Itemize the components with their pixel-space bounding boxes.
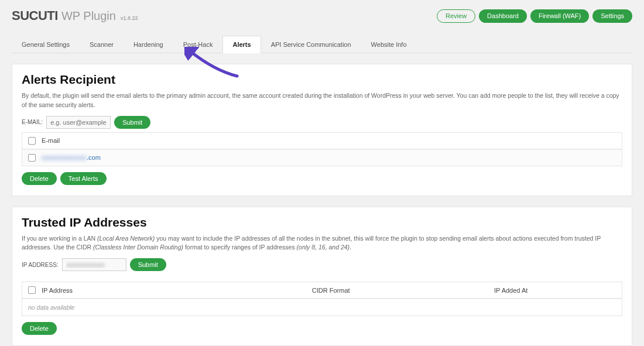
alerts-recipient-panel: Alerts Recipient By default, the plugin …	[12, 64, 632, 196]
dashboard-button[interactable]: Dashboard	[479, 9, 527, 23]
ip-submit-button[interactable]: Submit	[130, 258, 166, 271]
ip-th-addr: IP Address	[42, 287, 306, 294]
tab-hardening[interactable]: Hardening	[124, 36, 173, 53]
ip-table-empty: no data available	[22, 299, 622, 316]
alerts-recipient-desc: By default, the plugin will send the ema…	[22, 91, 622, 110]
email-input[interactable]	[46, 116, 111, 129]
tab-api[interactable]: API Service Communication	[261, 36, 361, 53]
brand-version: v1.8.22	[121, 15, 138, 21]
ip-delete-button[interactable]: Delete	[22, 322, 57, 335]
ip-select-all-checkbox[interactable]	[28, 286, 36, 294]
test-alerts-button[interactable]: Test Alerts	[60, 172, 107, 185]
email-table: E-mail xxxxxxxxxxxxxx.com	[22, 132, 622, 166]
email-row-checkbox[interactable]	[28, 154, 36, 162]
alerts-recipient-title: Alerts Recipient	[22, 73, 622, 87]
trusted-ip-panel: Trusted IP Addresses If you are working …	[12, 207, 632, 347]
tab-alerts[interactable]: Alerts	[222, 36, 261, 53]
email-label: E-MAIL:	[22, 119, 43, 125]
settings-button[interactable]: Settings	[592, 9, 632, 23]
email-th: E-mail	[42, 137, 60, 144]
settings-tabs: General Settings Scanner Hardening Post-…	[12, 35, 632, 53]
email-suffix: .com	[87, 154, 101, 161]
trusted-ip-desc: If you are working in a LAN (Local Area …	[22, 234, 622, 253]
tab-scanner[interactable]: Scanner	[80, 36, 124, 53]
email-submit-button[interactable]: Submit	[114, 116, 150, 129]
brand-logo: SUCUTI	[12, 8, 58, 23]
redacted-email-prefix: xxxxxxxxxxxxxx	[42, 154, 87, 161]
tab-posthack[interactable]: Post-Hack	[173, 36, 223, 53]
ip-th-cidr: CIDR Format	[312, 287, 488, 294]
tab-general[interactable]: General Settings	[12, 36, 80, 53]
ip-input[interactable]	[62, 258, 126, 271]
table-row: xxxxxxxxxxxxxx.com	[22, 149, 622, 166]
ip-table: IP Address CIDR Format IP Added At no da…	[22, 282, 622, 316]
email-select-all-checkbox[interactable]	[28, 137, 36, 145]
firewall-button[interactable]: Firewall (WAF)	[530, 9, 589, 23]
email-delete-button[interactable]: Delete	[22, 172, 57, 185]
ip-label: IP ADDRESS:	[22, 262, 59, 268]
brand-subtitle: WP Plugin	[61, 9, 116, 23]
review-button[interactable]: Review	[437, 9, 475, 23]
trusted-ip-title: Trusted IP Addresses	[22, 215, 622, 229]
tab-website[interactable]: Website Info	[361, 36, 417, 53]
ip-th-added: IP Added At	[494, 287, 641, 294]
